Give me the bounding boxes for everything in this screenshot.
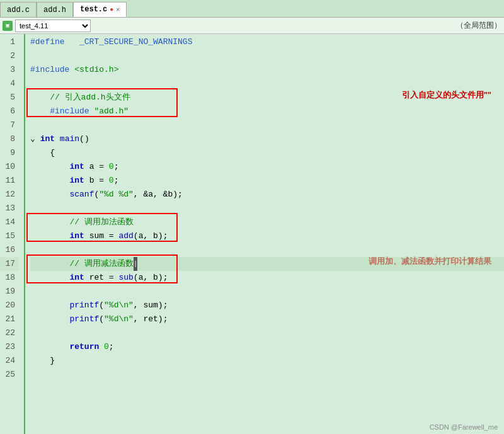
code-line-11: int b = 0;: [30, 174, 504, 188]
csdn-credit: CSDN @Farewell_me: [430, 423, 498, 431]
toolbar-left: ▣ test_4.11: [3, 20, 91, 32]
ln-17: 17: [0, 257, 19, 271]
ln-14: 14: [0, 215, 19, 229]
code-line-5: // 引入add.h头文件: [30, 91, 504, 105]
file-icon: ▣: [3, 21, 13, 31]
ln-2: 2: [0, 49, 19, 63]
ln-1: 1: [0, 35, 19, 49]
code-line-9: {: [30, 146, 504, 160]
code-line-20: printf("%d\n", sum);: [30, 299, 504, 312]
tab-bar: add.c add.h test.c ● ✕: [0, 0, 504, 18]
ln-21: 21: [0, 312, 19, 326]
ln-7: 7: [0, 118, 19, 132]
code-line-15: int sum = add(a, b);: [30, 229, 504, 243]
ln-9: 9: [0, 146, 19, 160]
close-icon[interactable]: ✕: [116, 6, 120, 13]
toolbar-right: （全局范围）: [456, 20, 501, 31]
code-line-2: [30, 49, 504, 63]
code-line-3: #include <stdio.h>: [30, 63, 504, 77]
ln-13: 13: [0, 202, 19, 215]
code-line-13: [30, 202, 504, 215]
code-line-1: #define _CRT_SECURE_NO_WARNINGS: [30, 35, 504, 49]
code-line-12: scanf("%d %d", &a, &b);: [30, 188, 504, 202]
ln-20: 20: [0, 299, 19, 312]
code-line-25: [30, 368, 504, 382]
code-line-4: [30, 77, 504, 91]
code-line-19: [30, 285, 504, 299]
editor: 1 2 3 4 5 6 7 8 9 10 11 12 13 14 15 16 1…: [0, 34, 504, 434]
ln-25: 25: [0, 368, 19, 382]
tab-add-c[interactable]: add.c: [0, 2, 37, 17]
file-selector[interactable]: test_4.11: [15, 20, 91, 32]
save-indicator: ●: [110, 6, 113, 13]
ln-5: 5: [0, 91, 19, 105]
ln-19: 19: [0, 285, 19, 299]
ln-4: 4: [0, 77, 19, 91]
ln-3: 3: [0, 63, 19, 77]
code-line-17: // 调用减法函数|: [30, 257, 504, 271]
code-line-10: int a = 0;: [30, 160, 504, 174]
ln-15: 15: [0, 229, 19, 243]
code-line-14: // 调用加法函数: [30, 215, 504, 229]
ln-24: 24: [0, 354, 19, 368]
code-line-8: ⌄ int main(): [30, 132, 504, 146]
tab-test-c[interactable]: test.c ● ✕: [73, 2, 127, 17]
code-line-21: printf("%d\n", ret);: [30, 312, 504, 326]
line-numbers: 1 2 3 4 5 6 7 8 9 10 11 12 13 14 15 16 1…: [0, 34, 25, 434]
code-line-22: [30, 326, 504, 340]
code-content[interactable]: 引入自定义的头文件用"" 调用加、减法函数并打印计算结果 #define _CR…: [25, 34, 504, 434]
code-line-18: int ret = sub(a, b);: [30, 271, 504, 285]
code-line-6: #include "add.h": [30, 105, 504, 118]
ln-22: 22: [0, 326, 19, 340]
code-line-7: [30, 118, 504, 132]
ln-16: 16: [0, 243, 19, 257]
code-line-24: }: [30, 354, 504, 368]
ln-10: 10: [0, 160, 19, 174]
ln-6: 6: [0, 105, 19, 118]
ln-11: 11: [0, 174, 19, 188]
ln-8: 8: [0, 132, 19, 146]
ln-12: 12: [0, 188, 19, 202]
code-line-23: return 0;: [30, 340, 504, 354]
code-line-16: [30, 243, 504, 257]
ln-23: 23: [0, 340, 19, 354]
tab-add-h[interactable]: add.h: [37, 2, 73, 17]
ln-18: 18: [0, 271, 19, 285]
toolbar: ▣ test_4.11 （全局范围）: [0, 18, 504, 34]
